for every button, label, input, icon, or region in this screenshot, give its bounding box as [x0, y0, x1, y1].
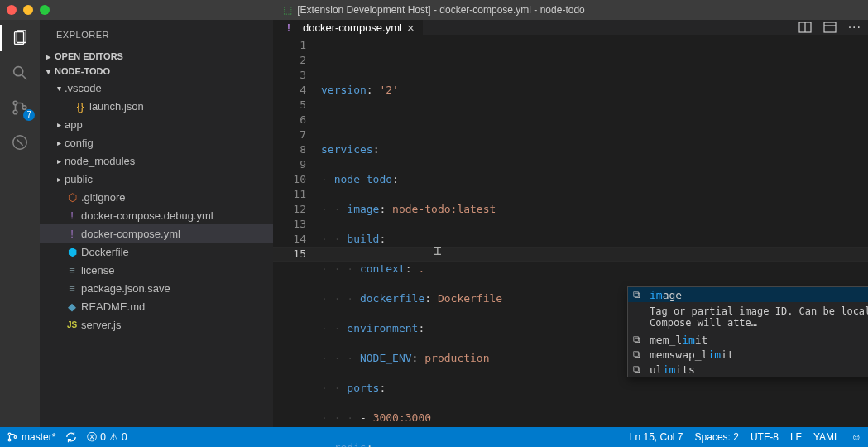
- code-content[interactable]: version: '2' services: · node-todo: · · …: [321, 35, 868, 447]
- json-icon: {}: [73, 100, 88, 113]
- line-gutter: 123 456 789 101112 131415: [273, 35, 321, 447]
- markdown-icon: ◆: [65, 300, 79, 313]
- tree-label: package.json.save: [81, 282, 170, 295]
- suggest-item[interactable]: ⧉ memswap_limit: [628, 347, 868, 362]
- split-editor-icon[interactable]: [798, 21, 812, 34]
- svg-line-8: [17, 139, 22, 145]
- tree-label: public: [65, 173, 93, 185]
- editor-actions: ···: [798, 20, 868, 35]
- file-tree: ▾.vscode {}launch.json ▸app ▸config ▸nod…: [40, 79, 273, 334]
- svg-point-14: [8, 439, 11, 441]
- tree-label: docker-compose.yml: [81, 228, 180, 240]
- text-cursor-icon: ⌶: [434, 243, 442, 258]
- project-section[interactable]: ▾ NODE-TODO: [40, 64, 273, 79]
- yaml-icon: !: [65, 209, 79, 222]
- chevron-right-icon: ▸: [43, 52, 53, 61]
- close-tab-button[interactable]: ×: [407, 21, 415, 35]
- tree-file-dc[interactable]: !docker-compose.yml: [40, 224, 273, 243]
- tree-label: .gitignore: [81, 191, 125, 204]
- git-icon: ⬡: [65, 191, 79, 204]
- property-icon: ⧉: [633, 289, 645, 300]
- tree-file-dockerfile[interactable]: ⬢Dockerfile: [40, 243, 273, 261]
- tab-docker-compose[interactable]: ! docker-compose.yml ×: [273, 20, 424, 35]
- tree-file-dc-debug[interactable]: !docker-compose.debug.yml: [40, 206, 273, 224]
- window-title: ⬚[Extension Development Host] - docker-c…: [0, 4, 868, 16]
- activity-explorer[interactable]: [10, 28, 30, 48]
- tree-label: Dockerfile: [81, 246, 129, 258]
- suggest-widget[interactable]: ⧉ image Tag or partial image ID. Can be …: [627, 286, 868, 377]
- file-icon: ≡: [65, 282, 79, 295]
- tree-folder-vscode[interactable]: ▾.vscode: [40, 79, 273, 97]
- docker-icon: ⬢: [65, 246, 79, 258]
- suggest-doc: Tag or partial image ID. Can be local or…: [628, 302, 868, 332]
- tree-file-gitignore[interactable]: ⬡.gitignore: [40, 188, 273, 206]
- svg-point-13: [8, 433, 11, 435]
- warning-icon: ⚠: [109, 431, 118, 443]
- property-icon: ⧉: [633, 348, 645, 360]
- activity-debug[interactable]: [10, 132, 30, 152]
- js-icon: JS: [65, 320, 79, 329]
- yaml-icon: !: [65, 228, 79, 240]
- svg-point-5: [13, 110, 17, 114]
- property-icon: ⧉: [633, 334, 645, 345]
- error-icon: ⓧ: [87, 430, 97, 445]
- chevron-right-icon: ▸: [53, 138, 65, 147]
- editor-tabs: ! docker-compose.yml × ···: [273, 20, 868, 35]
- chevron-right-icon: ▸: [53, 156, 65, 166]
- tree-folder-config[interactable]: ▸config: [40, 133, 273, 151]
- status-problems[interactable]: ⓧ0 ⚠0: [87, 430, 127, 445]
- svg-line-3: [22, 75, 27, 80]
- tree-label: server.js: [81, 319, 121, 331]
- vscode-icon: ⬚: [283, 4, 292, 16]
- tree-label: node_modules: [65, 155, 135, 167]
- status-branch[interactable]: master*: [7, 431, 55, 443]
- explorer-sidebar: EXPLORER ▸ OPEN EDITORS ▾ NODE-TODO ▾.vs…: [40, 20, 273, 427]
- warning-count: 0: [122, 431, 127, 443]
- svg-rect-11: [824, 22, 836, 32]
- scm-badge: 7: [23, 109, 35, 121]
- tab-label: docker-compose.yml: [303, 22, 402, 34]
- activity-bar: 7: [0, 20, 40, 427]
- svg-point-4: [13, 101, 17, 105]
- yaml-icon: !: [281, 22, 296, 34]
- suggest-item[interactable]: ⧉ image: [628, 287, 868, 302]
- svg-point-2: [14, 67, 23, 76]
- suggest-item[interactable]: ⧉ mem_limit: [628, 332, 868, 347]
- activity-scm[interactable]: 7: [10, 98, 30, 118]
- project-label: NODE-TODO: [55, 66, 110, 76]
- tree-folder-public[interactable]: ▸public: [40, 170, 273, 188]
- tree-folder-app[interactable]: ▸app: [40, 115, 273, 133]
- tree-label: README.md: [81, 300, 145, 313]
- tree-label: config: [65, 137, 94, 149]
- tree-label: launch.json: [89, 100, 144, 113]
- tree-folder-nodemodules[interactable]: ▸node_modules: [40, 151, 273, 170]
- open-editors-section[interactable]: ▸ OPEN EDITORS: [40, 49, 273, 64]
- chevron-down-icon: ▾: [53, 84, 65, 93]
- explorer-title: EXPLORER: [40, 20, 273, 49]
- svg-point-15: [14, 436, 17, 439]
- layout-editor-icon[interactable]: [823, 21, 837, 34]
- more-actions-icon[interactable]: ···: [848, 20, 861, 35]
- error-count: 0: [100, 431, 106, 443]
- code-editor[interactable]: 123 456 789 101112 131415 version: '2' s…: [273, 35, 868, 447]
- tree-file-readme[interactable]: ◆README.md: [40, 297, 273, 315]
- status-sync[interactable]: [65, 431, 77, 443]
- suggest-item[interactable]: ⧉ ulimits: [628, 362, 868, 377]
- tree-label: app: [65, 118, 83, 131]
- tree-label: docker-compose.debug.yml: [81, 209, 213, 222]
- tree-file-license[interactable]: ≡license: [40, 261, 273, 279]
- license-icon: ≡: [65, 264, 79, 276]
- tree-label: license: [81, 264, 114, 276]
- titlebar: ⬚[Extension Development Host] - docker-c…: [0, 0, 868, 20]
- property-icon: ⧉: [633, 363, 645, 375]
- tree-label: .vscode: [65, 82, 102, 94]
- chevron-right-icon: ▸: [53, 175, 65, 184]
- editor-area: ! docker-compose.yml × ··· 123 456 789 1…: [273, 20, 868, 427]
- activity-search[interactable]: [10, 63, 30, 83]
- branch-label: master*: [22, 431, 55, 443]
- tree-file-pkg[interactable]: ≡package.json.save: [40, 279, 273, 297]
- tree-file-server[interactable]: JSserver.js: [40, 315, 273, 334]
- chevron-down-icon: ▾: [43, 67, 53, 76]
- tree-file-launch[interactable]: {}launch.json: [40, 97, 273, 115]
- open-editors-label: OPEN EDITORS: [55, 51, 123, 61]
